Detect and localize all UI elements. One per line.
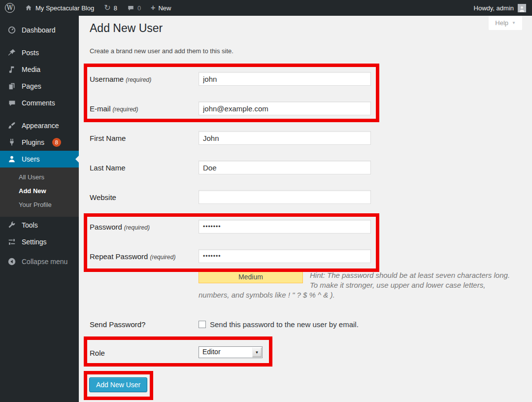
sidebar-item-tools[interactable]: Tools <box>0 217 79 234</box>
tools-icon <box>7 220 17 230</box>
page-title: Add New User <box>90 22 163 35</box>
my-account-menu[interactable]: Howdy, admin <box>474 0 532 16</box>
role-selected-value: Editor <box>202 348 221 356</box>
update-count: 8 <box>114 4 117 12</box>
chevron-down-icon: ▼ <box>512 21 516 25</box>
howdy-text: Howdy, admin <box>474 4 514 12</box>
submenu-item-add-new[interactable]: Add New <box>0 184 79 198</box>
avatar <box>518 4 526 12</box>
site-name-label: My Spectacular Blog <box>35 4 94 12</box>
last-name-input[interactable] <box>199 161 371 174</box>
sidebar-item-appearance[interactable]: Appearance <box>0 117 79 134</box>
main-content: Help ▼ Add New User Create a brand new u… <box>79 16 532 402</box>
website-input[interactable] <box>199 190 371 204</box>
submenu-item-your-profile[interactable]: Your Profile <box>0 198 79 212</box>
wordpress-logo-icon: W <box>5 3 15 13</box>
required-note: (required) <box>113 106 138 113</box>
help-toggle[interactable]: Help ▼ <box>489 16 522 30</box>
required-note: (required) <box>126 76 151 83</box>
last-name-label: Last Name <box>90 164 126 172</box>
home-icon <box>25 4 33 12</box>
comment-count: 0 <box>137 4 141 12</box>
email-label: E-mail(required) <box>90 104 138 113</box>
sidebar-item-settings[interactable]: Settings <box>0 234 79 250</box>
sidebar-item-posts[interactable]: Posts <box>0 44 79 61</box>
sidebar-item-label: Plugins <box>22 138 44 146</box>
dashboard-icon <box>7 25 17 35</box>
required-note: (required) <box>124 224 150 231</box>
new-content-menu[interactable]: + New <box>146 0 176 16</box>
plugin-icon <box>7 137 17 147</box>
repeat-password-label: Repeat Password(required) <box>90 252 175 261</box>
settings-icon <box>7 237 17 247</box>
plugins-update-badge: 8 <box>52 138 61 147</box>
sidebar-item-users[interactable]: Users <box>0 151 79 168</box>
password-strength-meter: Medium <box>199 270 303 283</box>
sidebar-item-label: Pages <box>22 82 41 90</box>
comments-menu[interactable]: 0 <box>122 0 146 16</box>
password-hint-area: Medium Hint: The password should be at l… <box>199 270 511 300</box>
send-password-checkbox[interactable] <box>199 321 206 328</box>
update-icon: ↻ <box>104 4 110 12</box>
sidebar-item-plugins[interactable]: Plugins 8 <box>0 134 79 151</box>
sidebar-item-label: Posts <box>22 49 39 57</box>
sidebar-item-label: Media <box>22 66 40 73</box>
sidebar-item-media[interactable]: Media <box>0 61 79 78</box>
role-select[interactable]: Editor ▼ <box>199 346 263 358</box>
admin-menu: Dashboard Posts Media Pages Comments App… <box>0 16 79 402</box>
pin-icon <box>7 48 17 58</box>
send-password-checkbox-label: Send this password to the new user by em… <box>210 320 359 329</box>
sidebar-item-label: Settings <box>22 238 47 246</box>
collapse-icon <box>7 257 17 267</box>
sidebar-item-label: Users <box>22 155 40 163</box>
repeat-password-input[interactable] <box>199 249 371 263</box>
wp-logo-menu[interactable]: W <box>0 0 20 16</box>
username-label: Username(required) <box>90 75 151 83</box>
sidebar-item-label: Tools <box>22 221 38 229</box>
username-input[interactable] <box>199 72 371 86</box>
page-subtitle: Create a brand new user and add them to … <box>90 47 233 55</box>
site-name-menu[interactable]: My Spectacular Blog <box>20 0 99 16</box>
password-input[interactable] <box>199 220 371 234</box>
sidebar-item-label: Dashboard <box>22 26 56 34</box>
sidebar-item-dashboard[interactable]: Dashboard <box>0 22 79 38</box>
send-password-label: Send Password? <box>90 320 145 329</box>
website-label: Website <box>90 193 116 201</box>
users-icon <box>7 154 17 164</box>
help-label: Help <box>495 19 508 27</box>
users-submenu: All Users Add New Your Profile <box>0 168 79 217</box>
sidebar-item-label: Appearance <box>22 122 59 130</box>
plus-icon: + <box>151 4 155 12</box>
password-label: Password(required) <box>90 223 150 231</box>
current-menu-arrow <box>75 156 79 163</box>
new-label: New <box>158 4 171 12</box>
sidebar-item-collapse-menu[interactable]: Collapse menu <box>0 253 79 270</box>
pages-icon <box>7 81 17 91</box>
sidebar-item-label: Collapse menu <box>22 258 67 266</box>
media-icon <box>7 65 17 74</box>
role-label: Role <box>90 349 105 357</box>
admin-bar: W My Spectacular Blog ↻ 8 0 + New Howdy,… <box>0 0 532 16</box>
sidebar-item-comments[interactable]: Comments <box>0 95 79 111</box>
first-name-input[interactable] <box>199 131 371 145</box>
sidebar-item-pages[interactable]: Pages <box>0 78 79 95</box>
updates-menu[interactable]: ↻ 8 <box>99 0 122 16</box>
submenu-item-all-users[interactable]: All Users <box>0 170 79 184</box>
add-new-user-button[interactable]: Add New User <box>89 377 147 392</box>
comment-bubble-icon <box>127 4 134 12</box>
first-name-label: First Name <box>90 134 126 142</box>
appearance-icon <box>7 121 17 131</box>
select-dropdown-button[interactable]: ▼ <box>252 347 262 357</box>
sidebar-item-label: Comments <box>22 99 55 107</box>
email-input[interactable] <box>199 101 371 115</box>
chevron-down-icon: ▼ <box>255 350 259 355</box>
required-note: (required) <box>150 254 175 261</box>
comments-icon <box>7 98 17 108</box>
